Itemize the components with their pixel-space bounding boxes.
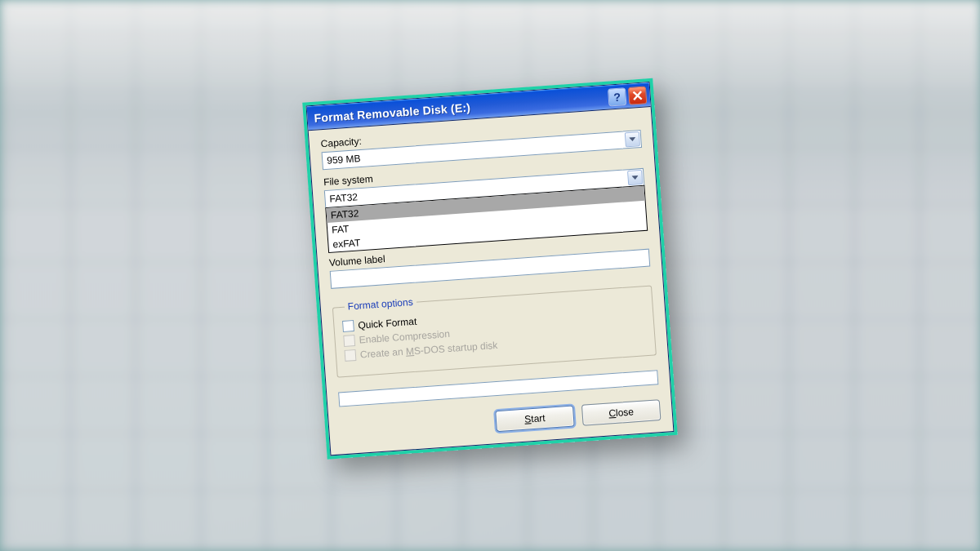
filesystem-dropdown-button[interactable]	[627, 169, 643, 184]
format-progress-bar	[338, 370, 658, 407]
help-button[interactable]: ?	[608, 87, 626, 105]
filesystem-value: FAT32	[329, 191, 358, 204]
help-icon: ?	[613, 90, 621, 104]
msdos-startup-checkbox	[345, 349, 357, 361]
dialog-body: Capacity: 959 MB File system FAT32 FAT32…	[309, 107, 674, 455]
close-icon	[632, 90, 643, 100]
titlebar-buttons: ?	[608, 85, 647, 105]
dialog-footer: Start Close	[341, 399, 662, 442]
enable-compression-checkbox	[343, 335, 355, 347]
format-options-group: Format options Quick Format Enable Compr…	[332, 279, 657, 377]
close-button[interactable]	[628, 85, 647, 104]
quick-format-label: Quick Format	[358, 315, 417, 331]
dialog-highlight-frame: Format Removable Disk (E:) ? Capacity: 9…	[302, 78, 678, 459]
format-dialog-window: Format Removable Disk (E:) ? Capacity: 9…	[306, 82, 675, 455]
capacity-value: 959 MB	[327, 152, 361, 166]
quick-format-checkbox[interactable]	[342, 320, 354, 332]
start-button[interactable]: Start	[495, 405, 575, 432]
chevron-down-icon	[629, 136, 635, 142]
capacity-dropdown-button[interactable]	[625, 131, 640, 147]
close-dialog-button[interactable]: Close	[581, 399, 662, 426]
enable-compression-label: Enable Compression	[359, 327, 450, 345]
chevron-down-icon	[631, 175, 638, 180]
format-options-legend: Format options	[344, 295, 416, 312]
